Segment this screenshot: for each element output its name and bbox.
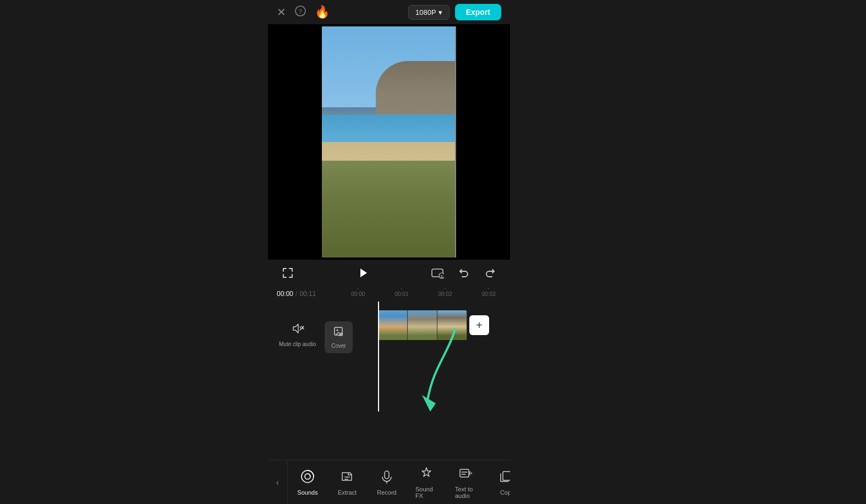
controls-bar: $: [268, 260, 510, 286]
sound-fx-label: Sound FX: [415, 486, 437, 499]
sounds-label: Sounds: [297, 489, 317, 496]
svg-point-10: [336, 330, 338, 331]
cover-label: Cover: [331, 343, 346, 349]
total-time: 00:11: [299, 290, 316, 298]
timeline-ruler: 00:00 / 00:11 00:00 00:01 00:02 00:03: [268, 286, 510, 302]
svg-marker-2: [360, 269, 367, 277]
text-to-audio-label: Text to audio: [455, 486, 477, 499]
header: ✕ ? 🔥 1080P ▾ Export: [268, 0, 510, 24]
copy-label: Cop: [500, 489, 510, 496]
help-button[interactable]: ?: [295, 6, 306, 19]
sound-fx-icon: [419, 466, 434, 484]
copy-icon: [498, 469, 510, 487]
toolbar-item-copy[interactable]: Cop: [486, 461, 510, 505]
video-clip[interactable]: [378, 310, 467, 340]
timeline-area: Mute clip audio Cover: [268, 302, 510, 412]
track-buttons: Mute clip audio Cover: [279, 313, 353, 353]
ruler-mark-3: 00:03: [482, 291, 496, 297]
svg-rect-16: [460, 469, 469, 477]
video-track: +: [378, 310, 510, 340]
video-preview: [322, 26, 456, 258]
app-container: ✕ ? 🔥 1080P ▾ Export: [268, 0, 510, 504]
ruler-mark-1: 00:01: [394, 291, 408, 297]
brand-logo: 🔥: [315, 5, 330, 19]
mute-clip-button[interactable]: Mute clip audio: [279, 321, 316, 347]
undo-button[interactable]: [455, 264, 473, 282]
captions-button[interactable]: $: [429, 264, 446, 282]
toolbar-item-sounds[interactable]: Sounds: [288, 461, 327, 505]
sounds-icon: [300, 469, 315, 487]
record-icon: [380, 469, 394, 487]
fullscreen-button[interactable]: [279, 264, 297, 282]
svg-text:$: $: [441, 275, 443, 278]
svg-text:?: ?: [299, 7, 302, 15]
timeline-track-area: Mute clip audio Cover: [268, 302, 510, 412]
playhead: [378, 302, 379, 412]
track-content: +: [378, 302, 510, 412]
ruler-mark-0: 00:00: [351, 291, 365, 297]
svg-rect-17: [503, 472, 510, 480]
bottom-toolbar: ‹ Sounds: [268, 460, 510, 504]
export-button[interactable]: Export: [455, 4, 501, 20]
track-controls-panel: Mute clip audio Cover: [268, 302, 378, 412]
clip-frame-1: [378, 310, 408, 340]
current-time: 00:00: [277, 290, 293, 298]
add-clip-button[interactable]: +: [469, 315, 489, 335]
mute-icon: [291, 321, 305, 339]
quality-button[interactable]: 1080P ▾: [408, 5, 450, 20]
ruler-mark-2: 00:02: [438, 291, 452, 297]
cover-icon: [333, 326, 345, 341]
ruler-marks: 00:00 00:01 00:02 00:03: [351, 291, 495, 297]
toolbar-item-record[interactable]: Record: [367, 461, 407, 505]
back-panel-button[interactable]: ‹: [268, 461, 288, 505]
mute-label: Mute clip audio: [279, 341, 316, 347]
svg-rect-14: [385, 471, 389, 479]
quality-chevron-icon: ▾: [439, 8, 442, 17]
cover-button[interactable]: Cover: [325, 321, 353, 353]
beach-grass: [322, 161, 456, 258]
clip-frame-3: [437, 310, 467, 340]
extract-label: Extract: [338, 489, 357, 496]
text-to-audio-icon: [459, 466, 473, 484]
time-separator: /: [295, 290, 297, 298]
play-button[interactable]: [354, 264, 371, 282]
toolbar-item-text-to-audio[interactable]: Text to audio: [446, 461, 486, 505]
close-button[interactable]: ✕: [277, 6, 286, 19]
quality-label: 1080P: [415, 8, 436, 17]
extract-icon: [340, 469, 354, 487]
video-trim-handle[interactable]: [455, 26, 456, 258]
toolbar-items: Sounds Extract: [288, 461, 510, 505]
clip-frame-2: [408, 310, 437, 340]
header-left: ✕ ? 🔥: [277, 5, 330, 19]
video-preview-container: [268, 24, 510, 260]
header-right: 1080P ▾ Export: [408, 4, 501, 20]
record-label: Record: [377, 489, 396, 496]
toolbar-item-extract[interactable]: Extract: [327, 461, 367, 505]
redo-button[interactable]: [481, 264, 499, 282]
back-chevron-icon: ‹: [276, 478, 279, 487]
toolbar-item-sound-fx[interactable]: Sound FX: [407, 461, 446, 505]
svg-marker-11: [422, 395, 436, 412]
